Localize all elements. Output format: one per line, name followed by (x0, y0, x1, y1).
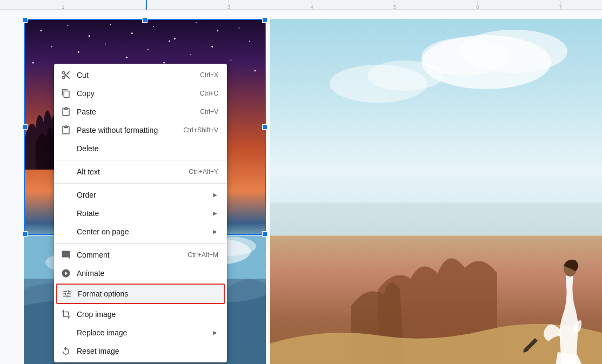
svg-rect-40 (270, 203, 602, 235)
svg-point-5 (153, 26, 154, 27)
format-options-icon (62, 288, 72, 299)
replace-image-icon (61, 327, 71, 338)
svg-point-16 (190, 54, 191, 55)
divider-2 (54, 183, 227, 184)
handle-middle-left[interactable] (22, 124, 28, 130)
svg-point-13 (126, 57, 128, 58)
cut-icon (61, 70, 71, 80)
menu-item-crop-image[interactable]: Crop image (54, 305, 227, 323)
menu-item-reset-image[interactable]: Reset image (54, 342, 227, 360)
svg-point-28 (254, 70, 256, 72)
rotate-icon (61, 208, 71, 219)
menu-item-center-label: Center on page (77, 227, 212, 236)
menu-item-paste[interactable]: Paste Ctrl+V (54, 103, 227, 121)
rotate-arrow-icon: ► (212, 210, 218, 217)
svg-point-0 (40, 30, 42, 31)
divider-1 (54, 160, 227, 160)
handle-bottom-left[interactable] (22, 231, 28, 237)
svg-point-10 (51, 46, 52, 48)
menu-item-cut-shortcut: Ctrl+X (200, 71, 218, 79)
menu-item-rotate-label: Rotate (77, 209, 212, 218)
svg-point-17 (211, 46, 213, 48)
menu-item-copy-label: Copy (77, 89, 191, 98)
menu-item-reset-image-label: Reset image (77, 347, 218, 355)
svg-point-8 (217, 30, 218, 31)
svg-point-39 (367, 60, 443, 91)
menu-item-center[interactable]: Center on page ► (54, 223, 227, 241)
svg-point-14 (148, 49, 149, 50)
menu-item-paste-no-format-shortcut: Ctrl+Shift+V (183, 126, 218, 134)
replace-arrow-icon: ► (212, 329, 218, 336)
menu-item-delete-label: Delete (77, 144, 218, 153)
handle-top-center[interactable] (142, 17, 148, 23)
svg-point-4 (131, 32, 133, 34)
ruler-tick-6: 6 (436, 0, 519, 10)
svg-point-3 (110, 24, 111, 25)
right-image-lower (270, 235, 602, 364)
delete-icon (61, 143, 71, 154)
right-image-upper (270, 19, 602, 235)
ruler: 1 2 3 4 5 6 7 (0, 0, 602, 10)
menu-item-crop-image-label: Crop image (77, 310, 218, 319)
order-icon (61, 190, 71, 200)
handle-top-right[interactable] (262, 17, 267, 23)
comment-icon (61, 250, 71, 260)
menu-item-replace-image-label: Replace image (77, 328, 212, 337)
menu-item-copy-shortcut: Ctrl+C (200, 90, 218, 97)
menu-item-replace-image[interactable]: Replace image ► (54, 323, 227, 342)
menu-item-alt-text-shortcut: Ctrl+Alt+Y (189, 168, 218, 176)
menu-item-cut[interactable]: Cut Ctrl+X (54, 66, 227, 84)
menu-item-comment-label: Comment (77, 251, 179, 259)
menu-item-animate-label: Animate (77, 269, 218, 278)
menu-item-rotate[interactable]: Rotate ► (54, 204, 227, 223)
svg-point-18 (249, 41, 250, 42)
menu-item-alt-text[interactable]: Alt text Ctrl+Alt+Y (54, 163, 227, 181)
ruler-marks: 1 2 3 4 5 6 7 (0, 0, 602, 10)
svg-point-11 (78, 51, 79, 53)
menu-item-delete[interactable]: Delete (54, 139, 227, 158)
svg-point-19 (32, 62, 34, 64)
canvas-area: Cut Ctrl+X Copy Ctrl+C Paste Ctrl+V Past… (0, 10, 602, 364)
menu-item-format-options-label: Format options (78, 289, 217, 298)
ruler-tick-5: 5 (353, 0, 436, 10)
handle-middle-right[interactable] (262, 124, 267, 130)
divider-3 (54, 243, 227, 244)
order-arrow-icon: ► (212, 191, 218, 199)
alt-text-icon (61, 166, 71, 177)
menu-item-format-options[interactable]: Format options (56, 284, 225, 304)
handle-bottom-right[interactable] (262, 231, 267, 237)
handle-top-left[interactable] (22, 17, 28, 23)
svg-point-15 (169, 41, 170, 42)
svg-point-27 (230, 59, 231, 60)
menu-item-copy[interactable]: Copy Ctrl+C (54, 84, 227, 103)
menu-item-animate[interactable]: Animate (54, 264, 227, 282)
svg-point-12 (105, 44, 106, 45)
context-menu: Cut Ctrl+X Copy Ctrl+C Paste Ctrl+V Past… (54, 64, 227, 362)
svg-point-1 (67, 25, 68, 26)
svg-point-6 (174, 38, 176, 39)
crop-icon (61, 309, 71, 320)
center-icon (61, 226, 71, 237)
desert-scene (270, 235, 602, 364)
menu-item-order-label: Order (77, 191, 212, 199)
menu-item-cut-label: Cut (77, 71, 191, 79)
ruler-tick-1: 1 (22, 0, 104, 10)
copy-icon (61, 88, 71, 99)
sky-scene (270, 19, 602, 235)
center-arrow-icon: ► (212, 228, 218, 235)
menu-item-paste-shortcut: Ctrl+V (200, 108, 218, 116)
menu-item-paste-no-format-label: Paste without formatting (77, 126, 175, 134)
ruler-tick-3: 3 (188, 0, 270, 10)
ruler-tick-7: 7 (519, 0, 602, 10)
paste-plain-icon (61, 125, 71, 136)
ruler-tick-2: 2 (104, 0, 187, 10)
menu-item-comment[interactable]: Comment Ctrl+Alt+M (54, 246, 227, 264)
svg-point-9 (238, 28, 239, 29)
svg-point-7 (196, 22, 197, 23)
reset-image-icon (61, 346, 71, 356)
menu-item-alt-text-label: Alt text (77, 167, 180, 176)
menu-item-order[interactable]: Order ► (54, 186, 227, 204)
menu-item-paste-label: Paste (77, 107, 191, 116)
menu-item-paste-no-format[interactable]: Paste without formatting Ctrl+Shift+V (54, 121, 227, 139)
paste-icon (61, 106, 71, 117)
